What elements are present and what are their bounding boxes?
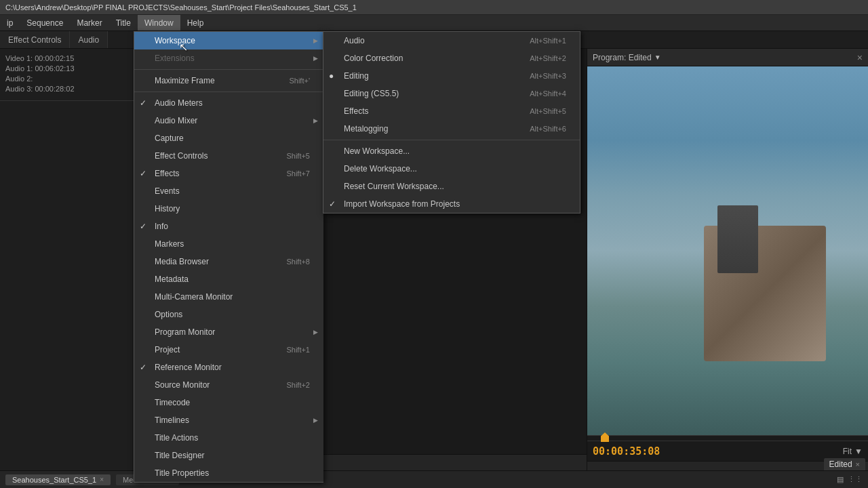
edited-timeline-tab[interactable]: Edited × <box>824 458 865 470</box>
timecode-display: 00:00:35:08 <box>593 445 660 458</box>
maximize-frame-label: Maximize Frame <box>155 76 215 85</box>
title-designer-label: Title Designer <box>155 451 205 460</box>
workspace-delete-label: Delete Workspace... <box>344 164 417 174</box>
video-preview <box>587 66 868 435</box>
workspace-effects[interactable]: Effects Alt+Shift+5 <box>323 102 580 120</box>
menu-item-maximize-frame[interactable]: Maximize Frame Shift+' <box>134 72 323 89</box>
audio2-row: Audio 2: <box>5 75 130 83</box>
workspace-color-label: Color Correction <box>344 54 403 63</box>
menu-window[interactable]: Window <box>138 15 180 30</box>
video1-label: Video 1: 00:00:02:15 <box>5 54 74 62</box>
menu-item-title-actions[interactable]: Title Actions <box>134 429 323 447</box>
options-label: Options <box>155 310 182 319</box>
workspace-delete[interactable]: Delete Workspace... <box>323 160 580 178</box>
workspace-metalogging-shortcut: Alt+Shift+6 <box>530 125 566 133</box>
program-monitor-close[interactable]: × <box>857 52 863 63</box>
workspace-reset-label: Reset Current Workspace... <box>344 182 444 191</box>
timecode-menu-label: Timecode <box>155 398 190 407</box>
workspace-reset[interactable]: Reset Current Workspace... <box>323 178 580 195</box>
workspace-effects-label: Effects <box>344 106 368 116</box>
media-browser-shortcut: Shift+8 <box>286 258 310 266</box>
workspace-editing-label: Editing <box>344 71 369 81</box>
menu-sequence[interactable]: Sequence <box>20 15 70 30</box>
separator-1 <box>134 69 323 70</box>
workspace-effects-shortcut: Alt+Shift+5 <box>530 107 566 115</box>
workspace-editing-cs55[interactable]: Editing (CS5.5) Alt+Shift+4 <box>323 85 580 102</box>
title-actions-label: Title Actions <box>155 433 198 443</box>
program-monitor-dropdown[interactable]: ▼ <box>654 54 661 61</box>
menu-item-title-properties[interactable]: Title Properties <box>134 464 323 482</box>
tab-audio[interactable]: Audio <box>70 31 108 48</box>
timeline-icon: ▤ <box>837 475 844 484</box>
menu-item-program-monitor[interactable]: Program Monitor <box>134 323 323 341</box>
program-monitor-menu-label: Program Monitor <box>155 327 215 337</box>
workspace-audio[interactable]: Audio Alt+Shift+1 <box>323 32 580 49</box>
workspace-new[interactable]: New Workspace... <box>323 142 580 160</box>
video-background <box>587 66 868 435</box>
menu-title[interactable]: Title <box>109 15 138 30</box>
reference-monitor-check: ✓ <box>140 363 146 372</box>
menu-item-project[interactable]: Project Shift+1 <box>134 341 323 359</box>
timeline-step-icon: ⋮⋮ <box>848 475 863 484</box>
menu-item-history[interactable]: History <box>134 200 323 218</box>
audio-meters-label: Audio Meters <box>155 98 203 108</box>
info-section: Video 1: 00:00:02:15 Audio 1: 00:06:02:1… <box>0 49 135 101</box>
metadata-label: Metadata <box>155 274 189 284</box>
menu-item-timelines[interactable]: Timelines <box>134 411 323 429</box>
workspace-new-label: New Workspace... <box>344 146 410 156</box>
menu-item-title-designer[interactable]: Title Designer <box>134 447 323 464</box>
edited-tab-close[interactable]: × <box>856 460 860 468</box>
info-label: Info <box>155 222 168 231</box>
workspace-editing-shortcut: Alt+Shift+3 <box>530 72 566 80</box>
audio2-label: Audio 2: <box>5 75 33 83</box>
menu-item-audio-meters[interactable]: ✓ Audio Meters <box>134 94 323 112</box>
workspace-audio-shortcut: Alt+Shift+1 <box>530 37 566 45</box>
menu-item-workspace[interactable]: Workspace <box>134 32 323 49</box>
program-monitor-title: Program: Edited <box>593 53 652 62</box>
project-tab[interactable]: Seahouses_Start_CS5_1 × <box>5 474 111 485</box>
menu-item-reference-monitor[interactable]: ✓ Reference Monitor <box>134 359 323 376</box>
title-text: C:\Users\Andrew\Desktop\PP FINAL PROJECT… <box>5 3 357 12</box>
extensions-label: Extensions <box>155 54 195 63</box>
menu-item-markers[interactable]: Markers <box>134 235 323 253</box>
menu-marker[interactable]: Marker <box>70 15 108 30</box>
menu-item-metadata[interactable]: Metadata <box>134 270 323 288</box>
scrubber[interactable] <box>587 435 868 441</box>
menu-item-media-browser[interactable]: Media Browser Shift+8 <box>134 253 323 270</box>
window-menu: Workspace Extensions Maximize Frame Shif… <box>134 31 323 483</box>
audio1-label: Audio 1: 00:06:02:13 <box>5 64 75 73</box>
tab-effect-controls[interactable]: Effect Controls <box>0 31 70 48</box>
title-properties-label: Title Properties <box>155 468 209 478</box>
menu-help[interactable]: Help <box>180 15 211 30</box>
events-label: Events <box>155 186 180 196</box>
bottom-bar: Seahouses_Start_CS5_1 × Media Browser ▤ … <box>0 470 868 488</box>
menu-item-multi-camera[interactable]: Multi-Camera Monitor <box>134 288 323 306</box>
workspace-label: Workspace <box>155 36 195 45</box>
markers-label: Markers <box>155 239 184 249</box>
menu-item-events[interactable]: Events <box>134 182 323 200</box>
audio3-label: Audio 3: 00:00:28:02 <box>5 85 75 93</box>
menu-item-timecode[interactable]: Timecode <box>134 394 323 411</box>
workspace-editing-cs55-shortcut: Alt+Shift+4 <box>530 89 566 98</box>
menu-item-effects[interactable]: ✓ Effects Shift+7 <box>134 165 323 182</box>
source-monitor-label: Source Monitor <box>155 380 210 390</box>
workspace-color-correction[interactable]: Color Correction Alt+Shift+2 <box>323 49 580 67</box>
workspace-editing[interactable]: ● Editing Alt+Shift+3 <box>323 67 580 85</box>
workspace-metalogging[interactable]: Metalogging Alt+Shift+6 <box>323 120 580 138</box>
menu-item-info[interactable]: ✓ Info <box>134 218 323 235</box>
video-subject <box>704 226 826 361</box>
fit-dropdown[interactable]: Fit ▼ <box>843 447 863 456</box>
menu-item-effect-controls[interactable]: Effect Controls Shift+5 <box>134 147 323 165</box>
audio-meters-check: ✓ <box>140 98 146 108</box>
menu-ip[interactable]: ip <box>0 15 20 30</box>
workspace-import[interactable]: ✓ Import Workspace from Projects <box>323 195 580 213</box>
project-tab-close[interactable]: × <box>100 476 104 483</box>
menu-item-audio-mixer[interactable]: Audio Mixer <box>134 112 323 129</box>
multi-camera-label: Multi-Camera Monitor <box>155 292 233 302</box>
audio3-row: Audio 3: 00:00:28:02 <box>5 85 130 93</box>
workspace-editing-radio: ● <box>329 71 334 81</box>
menu-item-source-monitor[interactable]: Source Monitor Shift+2 <box>134 376 323 394</box>
workspace-audio-label: Audio <box>344 36 365 45</box>
menu-item-options[interactable]: Options <box>134 306 323 323</box>
menu-item-capture[interactable]: Capture <box>134 129 323 147</box>
